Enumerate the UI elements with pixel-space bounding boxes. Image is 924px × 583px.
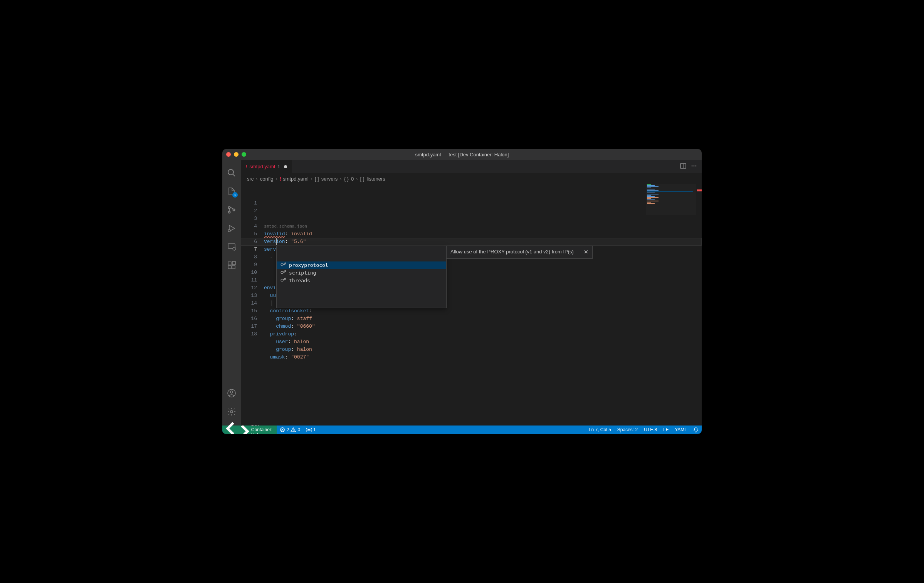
suggest-label: threads: [289, 277, 310, 285]
traffic-lights: [226, 152, 246, 157]
notifications-icon[interactable]: [690, 426, 702, 434]
suggest-list[interactable]: proxyprotocolscriptingthreads: [277, 261, 446, 285]
svg-point-13: [230, 391, 233, 393]
svg-point-19: [696, 165, 697, 166]
yaml-file-icon: !: [245, 164, 247, 169]
svg-point-24: [293, 431, 294, 431]
maximize-button[interactable]: [242, 152, 246, 157]
svg-point-4: [233, 209, 235, 211]
breadcrumb-item[interactable]: 0: [351, 176, 354, 182]
eol-status[interactable]: LF: [660, 426, 672, 434]
svg-point-5: [228, 230, 230, 232]
current-line-highlight: [241, 238, 702, 246]
indentation-status[interactable]: Spaces: 2: [614, 426, 641, 434]
intellisense-popup[interactable]: proxyprotocolscriptingthreads Allow use …: [276, 246, 447, 308]
svg-point-3: [228, 211, 230, 213]
split-editor-icon[interactable]: [680, 163, 686, 171]
svg-rect-11: [232, 261, 235, 265]
svg-rect-10: [232, 266, 235, 269]
language-mode[interactable]: YAML: [672, 426, 690, 434]
ports-status[interactable]: 1: [303, 426, 319, 434]
extensions-icon[interactable]: [222, 256, 241, 275]
minimap[interactable]: [646, 184, 696, 215]
svg-point-0: [228, 169, 234, 175]
run-debug-icon[interactable]: [222, 219, 241, 238]
settings-gear-icon[interactable]: [222, 402, 241, 421]
activity-bar: 1: [222, 160, 241, 426]
suggest-item[interactable]: scripting: [277, 269, 446, 277]
svg-point-7: [233, 247, 236, 250]
close-button[interactable]: [226, 152, 231, 157]
breadcrumb-item[interactable]: smtpd.yaml: [283, 176, 308, 182]
text-cursor: [276, 238, 277, 245]
error-marker[interactable]: [697, 189, 702, 191]
array-icon: [ ]: [360, 176, 365, 182]
breadcrumb-item[interactable]: listeners: [366, 176, 385, 182]
code-content[interactable]: proxyprotocolscriptingthreads Allow use …: [264, 184, 702, 426]
search-icon[interactable]: [222, 164, 241, 182]
tab-dirty-indicator: [284, 165, 287, 168]
explorer-icon[interactable]: 1: [222, 182, 241, 201]
suggest-item[interactable]: proxyprotocol: [277, 261, 446, 269]
object-icon: { }: [344, 176, 349, 182]
editor-actions: [680, 160, 702, 173]
editor-area: ! smtpd.yaml 1 src › config › ! smtpd.ya…: [241, 160, 702, 426]
suggest-doc: Allow use of the PROXY protocol (v1 and …: [446, 246, 593, 259]
explorer-badge: 1: [232, 192, 238, 198]
cursor-position[interactable]: Ln 7, Col 5: [586, 426, 614, 434]
property-icon: [280, 270, 286, 276]
breadcrumb-item[interactable]: servers: [321, 176, 338, 182]
main: 1: [222, 160, 702, 426]
svg-point-14: [230, 410, 233, 413]
tab-bar: ! smtpd.yaml 1: [241, 160, 702, 173]
svg-rect-9: [228, 266, 231, 269]
suggest-doc-text: Allow use of the PROXY protocol (v1 and …: [450, 248, 574, 256]
line-gutter: 123456789101112131415161718: [241, 184, 264, 426]
accounts-icon[interactable]: [222, 384, 241, 402]
close-icon[interactable]: ✕: [584, 248, 588, 256]
tab-suffix: 1: [277, 164, 280, 169]
window-title: smtpd.yaml — test [Dev Container: Halon]: [415, 152, 509, 157]
scrollbar[interactable]: [696, 184, 702, 426]
titlebar[interactable]: smtpd.yaml — test [Dev Container: Halon]: [222, 149, 702, 160]
tab-smtpd-yaml[interactable]: ! smtpd.yaml 1: [241, 160, 292, 173]
svg-line-1: [233, 174, 235, 176]
breadcrumb[interactable]: src › config › ! smtpd.yaml › [ ] server…: [241, 173, 702, 184]
suggest-label: scripting: [289, 269, 316, 277]
svg-point-2: [228, 207, 230, 209]
svg-point-25: [308, 429, 310, 431]
vscode-window: smtpd.yaml — test [Dev Container: Halon]…: [222, 149, 702, 434]
yaml-file-icon: !: [280, 176, 281, 182]
source-control-icon[interactable]: [222, 201, 241, 219]
suggest-label: proxyprotocol: [289, 261, 328, 269]
tab-filename: smtpd.yaml: [249, 164, 275, 169]
svg-point-17: [692, 165, 693, 166]
remote-explorer-icon[interactable]: [222, 238, 241, 256]
more-actions-icon[interactable]: [691, 163, 697, 171]
property-icon: [280, 278, 286, 284]
svg-point-18: [694, 165, 695, 166]
breadcrumb-item[interactable]: src: [247, 176, 254, 182]
remote-indicator[interactable]: Dev Container: Halon: [222, 426, 277, 434]
statusbar: Dev Container: Halon 2 0 1 Ln 7, Col 5 S…: [222, 426, 702, 434]
suggest-item[interactable]: threads: [277, 277, 446, 285]
minimize-button[interactable]: [234, 152, 239, 157]
property-icon: [280, 262, 286, 268]
encoding-status[interactable]: UTF-8: [641, 426, 660, 434]
breadcrumb-item[interactable]: config: [260, 176, 274, 182]
array-icon: [ ]: [315, 176, 319, 182]
problems-status[interactable]: 2 0: [277, 426, 303, 434]
editor[interactable]: 123456789101112131415161718 proxyprotoco…: [241, 184, 702, 426]
svg-rect-8: [228, 262, 231, 265]
